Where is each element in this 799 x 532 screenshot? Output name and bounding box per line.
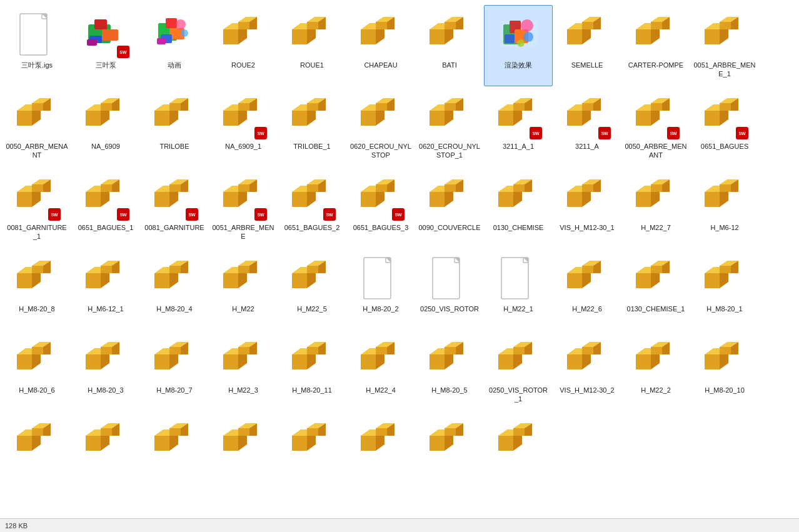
file-item[interactable]: SW0051_ARBRE_MENE	[209, 168, 278, 249]
icon-wrap: SW	[149, 172, 199, 222]
file-item[interactable]: 0250_VIS_ROTOR_1	[484, 330, 553, 411]
file-item[interactable]: H_M22_5	[278, 249, 346, 330]
file-item[interactable]: VIS_H_M12-30_2	[553, 330, 621, 411]
icon-wrap	[287, 91, 337, 141]
file-item[interactable]: 0090_COUVERCLE	[415, 168, 484, 249]
svg-marker-150	[223, 192, 238, 207]
file-item[interactable]	[278, 411, 346, 493]
file-item[interactable]: NA_6909	[71, 86, 140, 168]
icon-wrap	[356, 91, 406, 141]
file-item[interactable]: H_M22_3	[209, 330, 278, 411]
file-label: H_M8-20_8	[19, 304, 54, 313]
icon-wrap	[700, 334, 750, 384]
file-label: VIS_H_M12-30_1	[560, 223, 614, 232]
icon-wrap	[493, 416, 543, 466]
file-item[interactable]: SW0651_BAGUES_1	[71, 168, 140, 249]
file-item[interactable]: H_M22	[209, 249, 278, 330]
icon-wrap	[218, 253, 268, 303]
file-label: SEMELLE	[571, 61, 603, 69]
svg-marker-276	[223, 354, 238, 369]
file-item[interactable]: 动画	[140, 5, 209, 86]
file-item[interactable]	[71, 411, 140, 493]
file-item[interactable]: SW0651_BAGUES	[690, 86, 759, 168]
svg-marker-69	[32, 103, 43, 111]
file-item[interactable]: SW3211_A	[553, 86, 621, 168]
file-browser[interactable]: 三叶泵.igs SW三叶泵 动画 ROUE2	[0, 0, 799, 532]
file-item[interactable]: ROUE2	[209, 5, 278, 86]
file-item[interactable]: H_M8-20_5	[415, 330, 484, 411]
svg-marker-159	[307, 184, 318, 192]
file-item[interactable]: H_M8-20_6	[3, 330, 71, 411]
svg-marker-99	[376, 103, 387, 111]
file-item[interactable]: SWNA_6909_1	[209, 86, 278, 168]
file-item[interactable]: BATI	[415, 5, 484, 86]
file-item[interactable]: H_M22_7	[621, 168, 690, 249]
file-item[interactable]: H_M22_2	[621, 330, 690, 411]
icon-wrap: SW	[700, 91, 750, 141]
svg-marker-240	[567, 273, 582, 288]
file-item[interactable]: H_M8-20_7	[140, 330, 209, 411]
icon-wrap	[218, 9, 268, 59]
file-item[interactable]: CHAPEAU	[346, 5, 415, 86]
file-item[interactable]: H_M8-20_10	[690, 330, 759, 411]
file-item[interactable]: VIS_H_M12-30_1	[553, 168, 621, 249]
file-item[interactable]: SW0651_BAGUES_2	[278, 168, 346, 249]
file-item[interactable]: 0051_ARBRE_MENE_1	[690, 5, 759, 86]
file-label: 三叶泵.igs	[21, 61, 53, 69]
icon-wrap	[425, 416, 475, 466]
file-item[interactable]: 0620_ECROU_NYLSTOP	[346, 86, 415, 168]
file-item[interactable]	[209, 411, 278, 493]
icon-wrap: SW	[356, 172, 406, 222]
file-item[interactable]: 0250_VIS_ROTOR	[415, 249, 484, 330]
svg-marker-195	[720, 184, 731, 192]
icon-wrap	[493, 9, 543, 59]
file-item[interactable]: SW0651_BAGUES_3	[346, 168, 415, 249]
file-item[interactable]: 三叶泵.igs	[3, 5, 71, 86]
svg-marker-162	[361, 192, 376, 207]
file-item[interactable]: H_M22_4	[346, 330, 415, 411]
file-item[interactable]: SW0050_ARBRE_MENANT	[621, 86, 690, 168]
file-item[interactable]: H_M6-12_1	[71, 249, 140, 330]
svg-marker-348	[292, 436, 307, 451]
icon-wrap	[81, 416, 131, 466]
file-item[interactable]: SW0081_GARNITURE	[140, 168, 209, 249]
svg-marker-48	[567, 29, 582, 44]
file-label: VIS_H_M12-30_2	[560, 386, 614, 394]
svg-rect-0	[20, 14, 47, 55]
svg-point-14	[176, 19, 186, 29]
file-label: H_M22_3	[228, 386, 258, 394]
svg-marker-243	[582, 266, 593, 273]
file-label: CARTER-POMPE	[628, 61, 683, 69]
file-item[interactable]	[484, 411, 553, 493]
file-item[interactable]: H_M8-20_11	[278, 330, 346, 411]
file-item[interactable]: SW0081_GARNITURE_1	[3, 168, 71, 249]
file-item[interactable]	[3, 411, 71, 493]
file-item[interactable]: 渲染效果	[484, 5, 553, 86]
file-item[interactable]	[346, 411, 415, 493]
file-item[interactable]: H_M8-20_8	[3, 249, 71, 330]
file-item[interactable]: 0130_CHEMISE	[484, 168, 553, 249]
file-item[interactable]: H_M6-12	[690, 168, 759, 249]
file-label: 0050_ARBR_MENANT	[6, 142, 68, 160]
file-item[interactable]: H_M22_6	[553, 249, 621, 330]
icon-wrap	[287, 334, 337, 384]
file-item[interactable]: H_M8-20_3	[71, 330, 140, 411]
file-item[interactable]: H_M8-20_2	[346, 249, 415, 330]
file-item[interactable]: H_M8-20_4	[140, 249, 209, 330]
file-item[interactable]: TRILOBE_1	[278, 86, 346, 168]
file-item[interactable]: H_M8-20_1	[690, 249, 759, 330]
file-item[interactable]: H_M22_1	[484, 249, 553, 330]
file-item[interactable]: SEMELLE	[553, 5, 621, 86]
file-item[interactable]: 0620_ECROU_NYLSTOP_1	[415, 86, 484, 168]
file-item[interactable]: 0050_ARBR_MENANT	[3, 86, 71, 168]
icon-wrap	[356, 9, 406, 59]
file-item[interactable]	[415, 411, 484, 493]
file-item[interactable]: TRILOBE	[140, 86, 209, 168]
svg-marker-189	[651, 184, 662, 192]
file-item[interactable]: 0130_CHEMISE_1	[621, 249, 690, 330]
file-item[interactable]: ROUE1	[278, 5, 346, 86]
file-item[interactable]: CARTER-POMPE	[621, 5, 690, 86]
file-item[interactable]: SW三叶泵	[71, 5, 140, 86]
file-item[interactable]	[140, 411, 209, 493]
file-item[interactable]: SW3211_A_1	[484, 86, 553, 168]
